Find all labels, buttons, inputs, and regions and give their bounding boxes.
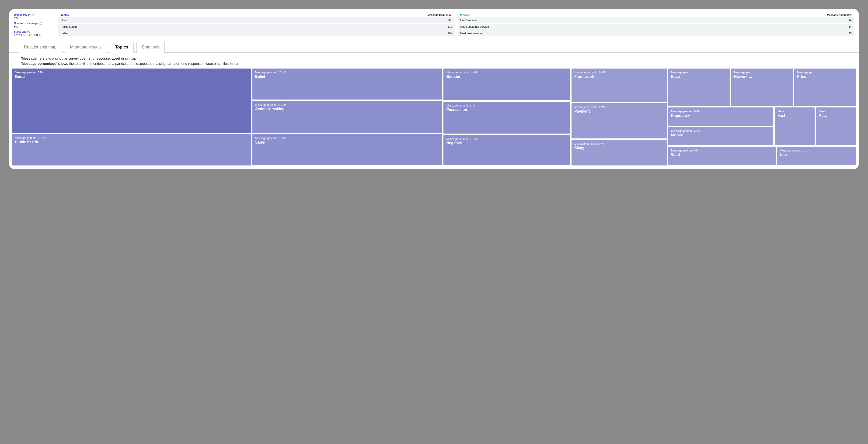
cell-name: Action & making [255,107,439,111]
table-freq-label: Message frequency: [428,13,452,16]
stat-num-messages: Number of messages i 500 [14,22,54,28]
row-name: Customer service [460,32,482,35]
cell-pct: Message perc… [671,71,727,74]
table-row[interactable]: Good 265 [58,17,455,23]
stat-start-end: Start / End i 02/2/2023 - 02/12/2023 [14,30,54,36]
cell-pct: Message percent: 53% [15,71,248,74]
cell-pct: Message percent: 11.4% [574,71,664,74]
table-freq-label: Message frequency: [827,13,852,16]
cell-pct: Message percent: 6.4% [671,110,771,113]
summary-bar: Unique topics i 177 Number of messages i… [9,9,859,41]
treemap-cell-sales[interactable]: Message percent: 19.8% Sales [252,134,442,166]
treemap-cell-possession[interactable]: Message percent: 14% Possession [443,102,570,134]
treemap-cell-action-making[interactable]: Message percent: 20.2% Action & making [252,101,442,133]
more-link[interactable]: More [230,62,238,66]
cell-name: Ac… [819,113,853,118]
info-icon[interactable]: i [31,14,34,16]
row-freq: 113 [447,25,452,28]
cell-name: Payment [574,109,664,113]
cell-pct: Message percent: 20.4% [255,71,439,74]
cell-name: Sales [255,140,439,144]
cell-pct: Message percent: 8.4% [574,142,664,145]
row-name: Good service [460,19,477,22]
treemap-cell-framework[interactable]: Message percent: 11.4% Framework [571,69,667,102]
cell-name: Ease [671,75,727,79]
summary-tables: Topics Message frequency: Good 265 Publi… [58,13,854,39]
row-name: Good [61,19,67,22]
dashboard-panel: Unique topics i 177 Number of messages i… [9,9,859,169]
table-row[interactable]: Customer service 13 [458,30,854,36]
stats-column: Unique topics i 177 Number of messages i… [14,13,54,39]
info-icon[interactable]: i [40,22,42,25]
row-freq: 102 [447,32,452,35]
table-title: Phrases [460,13,470,16]
cell-name: Booster [446,75,567,79]
description: 'Message' refers to a singular survey op… [9,53,859,69]
cell-name: Public health [15,140,248,144]
cell-pct: Message percent: 6.4% [671,129,771,133]
stat-label: Start / End [14,30,26,33]
desc-text: refers to a singular survey open-end res… [37,57,136,60]
cell-name: Slang [574,146,664,150]
cell-pct: Mess… [777,110,812,113]
tab-topics[interactable]: Topics [110,42,134,53]
cell-name: Use [780,153,853,157]
cell-pct: Message percent: 11.2% [574,106,664,109]
cell-name: Belief [255,75,439,79]
treemap-cell-payment[interactable]: Message percent: 11.2% Payment [571,103,667,138]
topics-table: Topics Message frequency: Good 265 Publi… [58,13,455,39]
treemap-cell-public-health[interactable]: Message percent: 22.6% Public health [12,134,251,166]
row-freq: 14 [849,19,852,22]
tab-metadata-visuals[interactable]: Metadata visuals [65,42,107,53]
treemap-cell-negative[interactable]: Message percent: 13.4% Negative [443,135,570,165]
treemap-cell-ease[interactable]: Message perc… Ease [668,69,730,106]
cell-pct: Message percent: 6% [671,149,773,152]
desc-term: 'Message' [21,57,37,60]
row-freq: 265 [447,19,452,22]
treemap-cell-frequency[interactable]: Message percent: 6.4% Frequency [668,107,773,126]
cell-pct: Message percent: 22.6% [15,136,248,140]
table-row[interactable]: Belief 102 [58,30,455,36]
stat-value: 500 [14,25,54,28]
cell-pct: Message percent: … [780,149,853,152]
treemap-cell-account[interactable]: Mess… Ac… [816,107,856,145]
cell-pct: Message percent: 20.2% [255,103,439,106]
tab-emotions[interactable]: Emotions [136,42,165,53]
cell-name: Frequency [671,113,771,118]
table-title: Topics [61,13,69,16]
phrases-table: Phrases Message frequency: Good service … [458,13,854,39]
cell-name: Neworki… [734,75,790,79]
table-row[interactable]: Public health 113 [58,24,455,30]
desc-term: 'Message percentage' [21,62,57,66]
row-freq: 13 [849,32,852,35]
treemap-cell-belief[interactable]: Message percent: 20.4% Belief [252,69,442,100]
treemap-cell-use[interactable]: Message percent: … Use [777,147,856,166]
cell-pct: Message per… [734,71,790,74]
info-icon[interactable]: i [27,31,30,33]
row-name: Public health [61,25,77,28]
stat-label: Unique topics [14,13,30,16]
treemap-cell-good[interactable]: Message percent: 53% Good [12,69,251,133]
treemap-cell-booster[interactable]: Message percent: 14.4% Booster [443,69,570,100]
cell-pct: Message pe… [797,71,853,74]
treemap-cell-neworking[interactable]: Message per… Neworki… [731,69,793,106]
tab-relationship-map[interactable]: Relationship map [19,42,62,53]
treemap-cell-want[interactable]: Message percent: 6% Want [668,147,776,166]
row-name: Belief [61,32,68,35]
treemap-cell-mobile[interactable]: Message percent: 6.4% Mobile [668,127,773,145]
treemap-cell-fast[interactable]: Mess… Fast [775,107,814,145]
treemap-cell-slang[interactable]: Message percent: 8.4% Slang [571,140,667,165]
cell-pct: Message percent: 13.4% [446,137,567,141]
cell-name: Good [15,75,248,79]
row-name: Good customer service [460,25,489,28]
table-row[interactable]: Good service 14 [458,17,854,23]
table-row[interactable]: Good customer service 14 [458,24,854,30]
cell-pct: Message percent: 19.8% [255,137,439,140]
cell-name: Framework [574,75,664,79]
treemap-cell-price[interactable]: Message pe… Price [794,69,856,106]
stat-unique-topics: Unique topics i 177 [14,13,54,20]
stat-value: 177 [14,17,54,20]
cell-pct: Message percent: 14% [446,104,567,107]
desc-text: shows the total % of mentions that a par… [57,62,230,66]
stat-label: Number of messages [14,22,39,25]
